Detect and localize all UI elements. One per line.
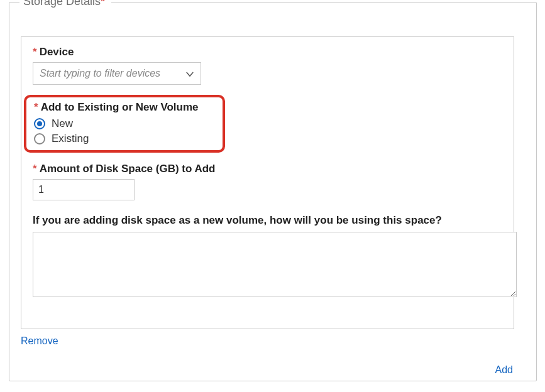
volume-radio-existing-label: Existing xyxy=(52,133,89,145)
disk-space-label: *Amount of Disk Space (GB) to Add xyxy=(33,163,502,175)
volume-radio-new-label: New xyxy=(52,117,73,130)
storage-details-title: Storage Details xyxy=(23,0,101,8)
required-asterisk-icon: * xyxy=(33,46,37,58)
volume-radio-existing[interactable]: Existing xyxy=(34,133,216,145)
required-asterisk-icon: * xyxy=(101,0,105,8)
storage-details-legend: Storage Details* xyxy=(19,0,111,8)
disk-space-input[interactable] xyxy=(33,179,135,200)
add-link[interactable]: Add xyxy=(495,364,513,376)
usage-block: If you are adding disk space as a new vo… xyxy=(33,214,502,300)
radio-icon xyxy=(34,118,45,129)
usage-textarea[interactable] xyxy=(33,232,517,297)
radio-icon xyxy=(34,133,45,144)
required-asterisk-icon: * xyxy=(34,101,38,113)
required-asterisk-icon: * xyxy=(33,163,37,175)
storage-details-inner: *Device Start typing to filter devices *… xyxy=(21,36,514,329)
volume-label-text: Add to Existing or New Volume xyxy=(41,101,199,113)
device-combobox[interactable]: Start typing to filter devices xyxy=(33,62,201,85)
disk-space-label-text: Amount of Disk Space (GB) to Add xyxy=(40,163,216,175)
volume-radio-new[interactable]: New xyxy=(34,117,216,130)
disk-space-block: *Amount of Disk Space (GB) to Add xyxy=(33,163,502,200)
device-label: *Device xyxy=(33,46,502,58)
device-placeholder: Start typing to filter devices xyxy=(40,68,160,79)
volume-label: *Add to Existing or New Volume xyxy=(34,101,216,114)
chevron-down-icon xyxy=(184,68,195,80)
volume-choice-group: *Add to Existing or New Volume New Exist… xyxy=(24,95,225,153)
remove-link[interactable]: Remove xyxy=(21,335,58,347)
usage-label: If you are adding disk space as a new vo… xyxy=(33,214,502,227)
storage-details-fieldset: Storage Details* *Device Start typing to… xyxy=(9,2,537,381)
device-label-text: Device xyxy=(40,46,74,58)
